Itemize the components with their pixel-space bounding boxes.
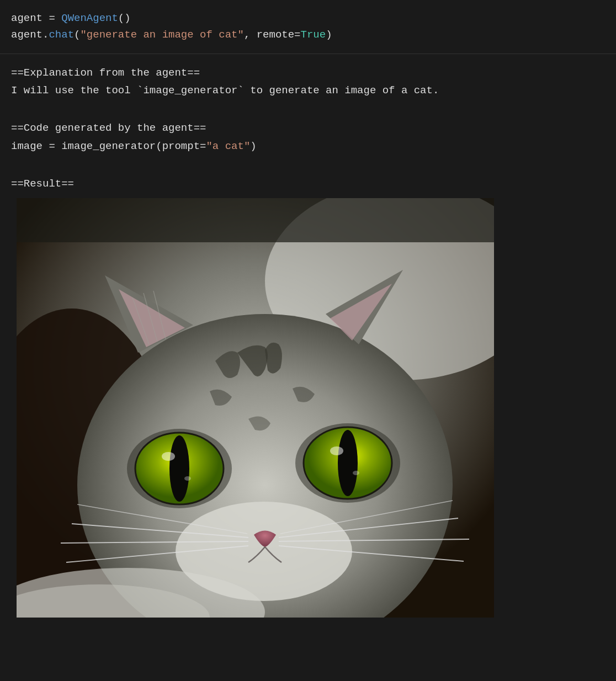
- cat-image-container: [11, 198, 605, 624]
- generated-code-header: ==Code generated by the agent==: [11, 119, 605, 137]
- generated-code-block: ==Code generated by the agent== image = …: [0, 109, 616, 165]
- svg-point-15: [169, 435, 189, 502]
- result-block: ==Result==: [0, 165, 616, 634]
- svg-point-21: [330, 446, 343, 455]
- explanation-header: ==Explanation from the agent==: [11, 64, 605, 82]
- var-agent: agent: [11, 12, 43, 24]
- svg-point-20: [338, 430, 358, 496]
- code-line-2: agent.chat("generate an image of cat", r…: [11, 26, 605, 43]
- explanation-text: I will use the tool `image_generator` to…: [11, 82, 605, 99]
- string-generate: "generate an image of cat": [80, 29, 243, 41]
- fn-qwenagent: QWenAgent: [61, 12, 118, 24]
- bool-true: True: [301, 29, 326, 41]
- var-agent-2: agent: [11, 29, 43, 41]
- code-line-1: agent = QWenAgent(): [11, 10, 605, 26]
- fn-chat: chat: [49, 29, 74, 41]
- svg-point-17: [184, 476, 191, 481]
- generated-code-line: image = image_generator(prompt="a cat"): [11, 137, 605, 155]
- cat-image: [17, 198, 494, 618]
- code-block: agent = QWenAgent() agent.chat("generate…: [0, 0, 616, 54]
- svg-point-22: [353, 471, 359, 475]
- result-header: ==Result==: [11, 175, 605, 193]
- svg-rect-34: [17, 198, 494, 242]
- svg-point-16: [162, 452, 175, 461]
- explanation-block: ==Explanation from the agent== I will us…: [0, 54, 616, 110]
